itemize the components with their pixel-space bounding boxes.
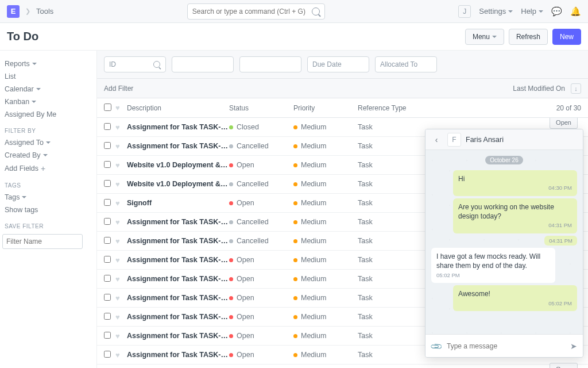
row-checkbox[interactable] (104, 332, 111, 339)
heart-icon[interactable]: ♥ (115, 275, 127, 283)
row-checkbox[interactable] (104, 275, 111, 282)
new-button[interactable]: New (552, 29, 581, 45)
message-time: 05:02 PM (458, 300, 572, 308)
sidebar-view-list[interactable]: List (2, 70, 92, 83)
priority-dot-icon (293, 144, 297, 148)
heart-icon[interactable]: ♥ (115, 199, 127, 208)
help-menu[interactable]: Help (521, 7, 543, 16)
heart-icon[interactable]: ♥ (115, 313, 127, 321)
search-input[interactable] (192, 7, 312, 16)
sidebar-view-reports[interactable]: Reports (2, 57, 92, 70)
table-row[interactable]: ♥Assignment for Task TASK-2019-00OpenMed… (97, 365, 588, 368)
status-dot-icon (229, 182, 233, 186)
sidebar-view-kanban[interactable]: Kanban (2, 95, 92, 108)
chat-back-button[interactable]: ‹ (430, 133, 443, 146)
message-text: Are you working on the website design to… (458, 203, 554, 220)
status-dot-icon (229, 277, 233, 281)
status-dot-icon (229, 239, 233, 243)
status-dot-icon (229, 353, 233, 357)
col-priority[interactable]: Priority (293, 104, 358, 112)
row-count: 20 of 30 (512, 104, 581, 112)
row-status: Open (237, 256, 254, 264)
row-checkbox[interactable] (104, 313, 111, 320)
open-button[interactable]: Open (550, 363, 578, 368)
chat-timestamp: 04:31 PM (544, 236, 577, 246)
sidebar-filter-assigned-to[interactable]: Assigned To (2, 136, 92, 149)
filter-blank-1[interactable] (172, 56, 234, 72)
row-checkbox[interactable] (104, 218, 111, 225)
caret-down-icon (36, 88, 41, 90)
sidebar-tags[interactable]: Tags (2, 191, 92, 204)
row-checkbox[interactable] (104, 351, 111, 358)
priority-dot-icon (293, 334, 297, 338)
sort-direction-icon[interactable]: ↓ (571, 83, 581, 94)
chat-icon[interactable]: 💬 (551, 6, 562, 17)
caret-down-icon (508, 10, 513, 13)
global-search[interactable] (187, 3, 325, 20)
row-checkbox[interactable] (104, 180, 111, 187)
row-checkbox[interactable] (104, 161, 111, 168)
user-avatar[interactable]: J (458, 5, 471, 18)
row-status: Open (237, 313, 254, 321)
status-dot-icon (229, 163, 233, 167)
filter-blank-2[interactable] (239, 56, 301, 72)
row-status: Cancelled (237, 218, 269, 226)
heart-icon[interactable]: ♥ (115, 332, 127, 340)
filter-due-date[interactable]: Due Date (307, 56, 369, 72)
col-description[interactable]: Description (127, 104, 229, 112)
col-reference-type[interactable]: Reference Type (358, 104, 512, 112)
status-dot-icon (229, 201, 233, 205)
settings-menu[interactable]: Settings (479, 7, 513, 16)
priority-dot-icon (293, 258, 297, 262)
message-time: 04:30 PM (458, 185, 572, 192)
bell-icon[interactable]: 🔔 (570, 6, 581, 17)
filter-id[interactable]: ID (104, 56, 166, 72)
heart-icon[interactable]: ♥ (115, 237, 127, 246)
heart-icon[interactable]: ♥ (115, 351, 127, 359)
attachment-icon[interactable]: 📎 (430, 339, 443, 352)
priority-dot-icon (293, 239, 297, 243)
sort-label[interactable]: Last Modified On (513, 85, 565, 93)
sidebar-filter-add-fields[interactable]: Add Fields + (2, 162, 92, 175)
heart-icon[interactable]: ♥ (115, 142, 127, 151)
message-text: I have got a few mocks ready. Will share… (436, 252, 540, 270)
search-icon (312, 7, 320, 16)
row-priority: Medium (301, 161, 326, 169)
row-description: Signoff (127, 199, 229, 207)
status-dot-icon (229, 220, 233, 224)
sidebar-view-assigned-by-me[interactable]: Assigned By Me (2, 108, 92, 121)
breadcrumb[interactable]: Tools (36, 7, 53, 16)
sidebar-filter-created-by[interactable]: Created By (2, 149, 92, 162)
col-status[interactable]: Status (229, 104, 293, 112)
row-checkbox[interactable] (104, 294, 111, 301)
filter-allocated-to[interactable]: Allocated To (375, 56, 437, 72)
heart-icon[interactable]: ♥ (115, 218, 127, 227)
status-dot-icon (229, 258, 233, 262)
open-button[interactable]: Open (550, 118, 578, 129)
priority-dot-icon (293, 182, 297, 186)
add-filter-button[interactable]: Add Filter (104, 85, 133, 93)
row-checkbox[interactable] (104, 142, 111, 149)
heart-icon[interactable]: ♥ (115, 161, 127, 170)
heart-icon[interactable]: ♥ (115, 294, 127, 302)
chat-message-input[interactable] (447, 342, 564, 350)
caret-down-icon (46, 141, 51, 144)
message-text: Hi (458, 175, 465, 183)
select-all-checkbox[interactable] (104, 103, 111, 111)
heart-icon[interactable]: ♥ (115, 123, 127, 132)
refresh-button[interactable]: Refresh (509, 29, 548, 45)
heart-icon[interactable]: ♥ (115, 180, 127, 189)
chat-contact-name: Faris Ansari (466, 136, 504, 144)
menu-button[interactable]: Menu (465, 29, 504, 45)
filter-name-input[interactable] (2, 234, 83, 249)
row-checkbox[interactable] (104, 256, 111, 263)
sidebar-view-calendar[interactable]: Calendar (2, 83, 92, 95)
app-logo[interactable]: E (7, 5, 20, 18)
row-checkbox[interactable] (104, 237, 111, 244)
send-icon[interactable]: ➤ (570, 342, 577, 351)
heart-icon[interactable]: ♥ (115, 256, 127, 264)
row-checkbox[interactable] (104, 123, 111, 130)
priority-dot-icon (293, 277, 297, 281)
row-checkbox[interactable] (104, 199, 111, 206)
sidebar-show-tags[interactable]: Show tags (2, 204, 92, 216)
